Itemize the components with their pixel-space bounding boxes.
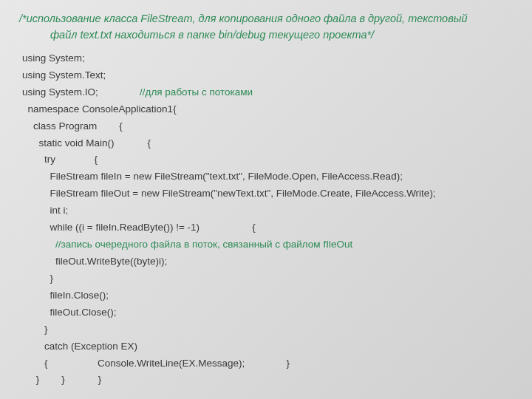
code-line: while ((i = fileIn.ReadByte()) != -1) {	[22, 220, 514, 236]
title-line-1: /*использование класса FileStream, для к…	[19, 13, 468, 24]
code-line: try {	[22, 152, 514, 168]
code-line: }	[22, 271, 514, 287]
code-comment: //для работы с потоками	[140, 86, 253, 98]
slide-content: /*использование класса FileStream, для к…	[0, 0, 532, 399]
code-block: using System; using System.Text; using S…	[18, 51, 514, 388]
code-line: { Console.WriteLine(EX.Message); }	[22, 356, 514, 372]
code-line: fileOut.WriteByte((byte)i);	[22, 254, 514, 270]
slide-title: /*использование класса FileStream, для к…	[18, 10, 514, 44]
title-line-2: файл text.txt находиться в папке bin/deb…	[19, 27, 514, 43]
code-line: FileStream fileIn = new FileStream("text…	[22, 169, 514, 185]
code-line: namespace ConsoleApplication1{	[22, 102, 514, 117]
code-line: static void Main() {	[22, 136, 514, 151]
code-line: }	[22, 322, 514, 338]
code-line: class Program {	[22, 119, 514, 134]
code-line: using System.IO; //для работы с потоками	[22, 85, 514, 100]
code-comment: //запись очередного файла в поток, связа…	[55, 239, 352, 250]
code-line: } } }	[22, 372, 514, 388]
code-line: catch (Exception EX)	[22, 339, 514, 355]
code-line: int i;	[22, 203, 514, 219]
code-line: using System.Text;	[22, 68, 514, 83]
code-line: //запись очередного файла в поток, связа…	[22, 237, 514, 253]
code-line: fileIn.Close();	[22, 288, 514, 304]
code-line: using System;	[22, 51, 514, 66]
code-line: fileOut.Close();	[22, 305, 514, 321]
code-line: FileStream fileOut = new FileStream("new…	[22, 186, 514, 202]
